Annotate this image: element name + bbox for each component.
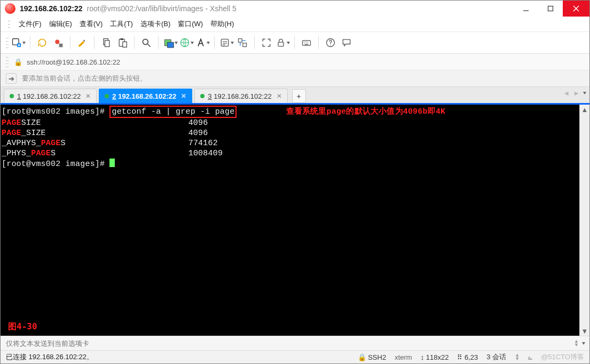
tabs-nav-left-icon[interactable]: ◄: [563, 89, 570, 97]
minimize-button[interactable]: [514, 1, 538, 17]
menu-help[interactable]: 帮助(H): [210, 19, 234, 29]
status-connection: 已连接 192.168.26.102:22。: [6, 352, 358, 362]
info-strip: ➜ 要添加当前会话，点击左侧的箭头按钮。: [1, 70, 589, 87]
copy-button[interactable]: [99, 35, 114, 50]
terminal-scrollbar[interactable]: ▲ ▼: [579, 105, 589, 336]
close-icon[interactable]: ✕: [85, 92, 91, 100]
send-input[interactable]: [5, 339, 574, 348]
app-icon: [5, 3, 15, 14]
address-text[interactable]: ssh://root@192.168.26.102:22: [27, 58, 120, 66]
svg-rect-21: [278, 42, 284, 46]
session-stepper[interactable]: ▲▼: [515, 353, 520, 361]
tabs-nav-right-icon[interactable]: ►: [573, 89, 580, 97]
send-scope-stepper[interactable]: ▲▼: [574, 339, 579, 347]
lock-icon: 🔒: [14, 58, 22, 66]
status-dot-icon: [10, 94, 14, 98]
svg-line-14: [148, 44, 151, 47]
toolbar: [1, 32, 589, 54]
svg-rect-19: [239, 39, 242, 43]
menubar-grip[interactable]: [8, 19, 10, 29]
font-color-button[interactable]: [163, 35, 178, 50]
terminal[interactable]: [root@vms002 images]# getconf -a | grep …: [1, 105, 579, 336]
svg-point-6: [55, 39, 59, 44]
menu-file[interactable]: 文件(F): [19, 19, 42, 29]
menubar: 文件(F) 编辑(E) 查看(V) 工具(T) 选项卡(B) 窗口(W) 帮助(…: [1, 17, 589, 32]
svg-rect-11: [121, 38, 123, 40]
svg-rect-1: [548, 6, 553, 11]
prompt: [root@vms002 images]#: [2, 160, 105, 169]
prompt: [root@vms002 images]#: [2, 107, 105, 116]
toolbar-grip[interactable]: [6, 36, 9, 49]
terminal-area: [root@vms002 images]# getconf -a | grep …: [1, 105, 589, 336]
statusbar: 已连接 192.168.26.102:22。 🔒 SSH2 xterm ↕ 11…: [1, 351, 589, 363]
title-main: 192.168.26.102:22: [20, 4, 83, 13]
svg-point-13: [143, 39, 148, 44]
menu-view[interactable]: 查看(V): [80, 19, 103, 29]
session-tabs: 1 192.168.26.102:22 ✕ 2 192.168.26.102:2…: [1, 87, 589, 105]
svg-rect-20: [243, 43, 247, 47]
watermark: @51CTO博客: [541, 352, 584, 362]
web-button[interactable]: [179, 35, 194, 50]
menu-tabs[interactable]: 选项卡(B): [140, 19, 170, 29]
status-lock-icon: 🔒 SSH2: [358, 353, 387, 361]
titlebar: 192.168.26.102:22 root@vms002:/var/lib/l…: [1, 1, 589, 17]
maximize-button[interactable]: [538, 1, 563, 17]
add-session-arrow-button[interactable]: ➜: [6, 73, 17, 84]
session-tab-3[interactable]: 3 192.168.26.102:22 ✕: [194, 89, 287, 103]
close-icon[interactable]: ✕: [277, 92, 282, 100]
status-dot-icon: [200, 94, 204, 98]
new-session-button[interactable]: [11, 35, 26, 50]
info-text: 要添加当前会话，点击左侧的箭头按钮。: [22, 74, 147, 83]
annotation: 查看系统里page的默认大小值为4096b即4K: [286, 107, 446, 116]
menu-tools[interactable]: 工具(T): [110, 19, 133, 29]
fullscreen-button[interactable]: [259, 35, 274, 50]
send-menu-icon[interactable]: [582, 342, 585, 345]
status-cap-icon: ⎁: [528, 353, 532, 361]
svg-rect-16: [167, 42, 174, 48]
svg-rect-12: [123, 42, 127, 47]
session-tab-1[interactable]: 1 192.168.26.102:22 ✕: [4, 89, 97, 103]
command-highlight: getconf -a | grep -i page: [109, 106, 237, 118]
script-button[interactable]: [219, 35, 234, 50]
menu-window[interactable]: 窗口(W): [178, 19, 203, 29]
find-button[interactable]: [139, 35, 154, 50]
status-size: ↕ 118x22: [421, 353, 449, 361]
status-sessions: 3 会话: [486, 352, 506, 362]
addrbar-grip[interactable]: [6, 56, 9, 68]
disconnect-button[interactable]: [51, 35, 66, 50]
status-dot-icon: [105, 94, 109, 98]
add-tab-button[interactable]: +: [292, 89, 306, 103]
lock-button[interactable]: [275, 35, 290, 50]
session-tab-2[interactable]: 2 192.168.26.102:22 ✕: [99, 89, 192, 103]
close-button[interactable]: [563, 1, 589, 17]
reconnect-button[interactable]: [35, 35, 50, 50]
chat-button[interactable]: [339, 35, 354, 50]
status-cursor: ⠿ 6,23: [457, 353, 478, 361]
font-button[interactable]: [195, 35, 210, 50]
help-icon-button[interactable]: [323, 35, 338, 50]
send-bar: ▲▼: [1, 336, 589, 351]
title-path: root@vms002:/var/lib/libvirt/images - Xs…: [87, 4, 237, 13]
scroll-down-icon[interactable]: ▼: [580, 326, 589, 336]
cursor: [109, 159, 115, 167]
svg-rect-9: [105, 41, 109, 47]
scroll-up-icon[interactable]: ▲: [580, 105, 589, 114]
tabs-menu-icon[interactable]: [583, 92, 586, 94]
paste-button[interactable]: [115, 35, 130, 50]
transfer-button[interactable]: [235, 35, 250, 50]
menu-edit[interactable]: 编辑(E): [49, 19, 72, 29]
status-termtype: xterm: [395, 353, 412, 361]
figure-label: 图4-30: [8, 321, 37, 333]
keyboard-button[interactable]: [299, 35, 314, 50]
svg-rect-7: [59, 44, 63, 48]
close-icon[interactable]: ✕: [181, 92, 186, 100]
address-bar: 🔒 ssh://root@192.168.26.102:22: [1, 54, 589, 70]
properties-button[interactable]: [75, 35, 90, 50]
